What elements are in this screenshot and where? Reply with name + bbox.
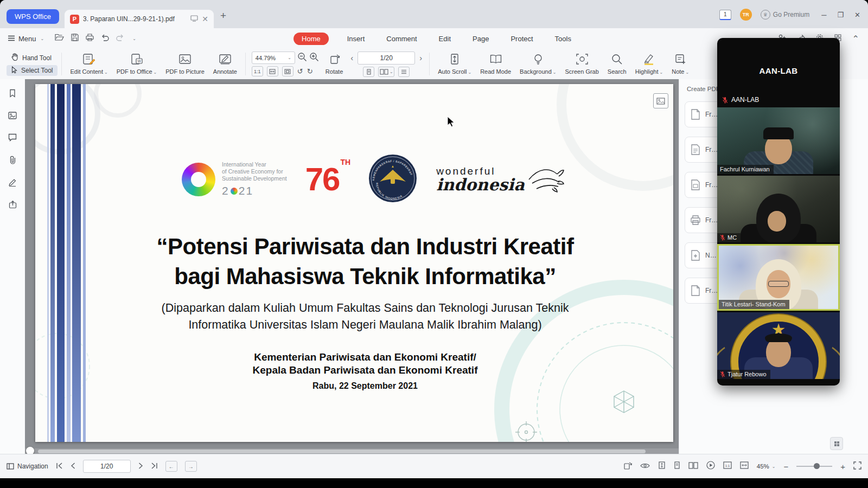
- qat-more-chevron-icon[interactable]: ⌄: [132, 36, 136, 41]
- minimize-icon[interactable]: ─: [821, 11, 826, 19]
- single-page-view-icon[interactable]: [363, 67, 374, 77]
- page-indicator-box[interactable]: 1/20: [358, 52, 415, 65]
- select-tool-label: Select Tool: [21, 67, 53, 74]
- edit-content-button[interactable]: Edit Content⌄: [66, 52, 112, 76]
- actual-size-icon[interactable]: 1:1: [252, 66, 263, 76]
- rotate-right-icon[interactable]: ↻: [307, 67, 313, 75]
- collapse-ribbon-icon[interactable]: ⌃: [852, 34, 859, 44]
- close-window-icon[interactable]: ✕: [854, 11, 860, 19]
- slide-title-line1: “Potensi Pariwisata dan Industri Kreatif: [73, 232, 657, 261]
- attachment-icon[interactable]: [9, 156, 16, 166]
- user-avatar[interactable]: TR: [740, 9, 752, 21]
- note-button[interactable]: Note⌄: [667, 52, 693, 76]
- facing-pages-view-icon[interactable]: ⌄: [378, 67, 394, 77]
- navigation-label: Navigation: [17, 463, 48, 470]
- back-view-icon[interactable]: ←: [165, 461, 177, 472]
- rotate-view-icon[interactable]: [623, 461, 632, 472]
- fit-height-icon[interactable]: [658, 461, 666, 471]
- slide-subtitle: (Dipaparkan dalam Kuliah Umum Fakultas S…: [73, 300, 657, 333]
- actual-size-icon[interactable]: 1:1: [723, 461, 732, 471]
- decor-bar: [47, 84, 49, 442]
- auto-scroll-button[interactable]: Auto Scroll⌄: [433, 52, 476, 76]
- annotate-button[interactable]: Annotate: [209, 52, 241, 76]
- tab-comment[interactable]: Comment: [383, 33, 420, 44]
- close-tab-icon[interactable]: ✕: [202, 15, 208, 23]
- pdf-to-office-button[interactable]: W PDF to Office⌄: [112, 52, 162, 76]
- eye-protection-icon[interactable]: [640, 461, 650, 471]
- horizontal-scrollbar-thumb[interactable]: [38, 450, 646, 453]
- participant-audio-row[interactable]: AAN-LAB: [717, 94, 840, 106]
- zoom-slider[interactable]: [796, 466, 832, 467]
- slide-subtitle-line2: Informatika Universitas Islam Negeri Mau…: [73, 317, 657, 333]
- zoom-out-button[interactable]: −: [783, 462, 788, 471]
- video-tile-tjatur[interactable]: ★ Tjatur Rebowo: [717, 312, 840, 379]
- navigation-button[interactable]: Navigation: [7, 463, 48, 470]
- hand-tool-button[interactable]: Hand Tool: [7, 52, 58, 63]
- zoom-out-icon[interactable]: [297, 52, 307, 64]
- next-page-icon[interactable]: ›: [419, 53, 422, 62]
- picture-tool-icon[interactable]: [653, 93, 668, 108]
- zoom-in-button[interactable]: +: [840, 462, 845, 471]
- video-tile-titik-active-speaker[interactable]: Titik Lestari- Stand-Kom: [717, 244, 840, 311]
- maximize-icon[interactable]: ❐: [837, 11, 844, 19]
- panel-grid-icon[interactable]: [830, 437, 843, 450]
- previous-page-icon[interactable]: ‹: [350, 53, 353, 62]
- screen-grab-button[interactable]: Screen Grab: [560, 52, 603, 76]
- highlight-button[interactable]: Highlight⌄: [631, 52, 668, 76]
- fit-page-icon[interactable]: [282, 66, 293, 76]
- undo-icon[interactable]: [101, 34, 109, 43]
- bookmarks-icon[interactable]: [9, 89, 16, 100]
- video-tile-mc[interactable]: MC: [717, 176, 840, 242]
- print-icon[interactable]: [86, 34, 94, 43]
- status-page-indicator[interactable]: 1/20: [83, 460, 131, 473]
- signature-icon[interactable]: [8, 178, 17, 189]
- slideshow-play-icon[interactable]: [706, 461, 715, 472]
- status-zoom-value[interactable]: 45%: [757, 463, 769, 470]
- pdf-to-picture-button[interactable]: PDF to Picture: [161, 52, 209, 76]
- background-button[interactable]: Background⌄: [515, 52, 560, 76]
- zoom-slider-thumb[interactable]: [814, 463, 820, 469]
- read-mode-button[interactable]: Read Mode: [476, 52, 515, 76]
- participant-name: Titik Lestari- Stand-Kom: [722, 301, 786, 307]
- tab-insert[interactable]: Insert: [344, 33, 368, 44]
- zoom-in-icon[interactable]: [309, 52, 319, 64]
- new-tab-icon[interactable]: +: [220, 10, 226, 22]
- fit-width-icon[interactable]: [740, 461, 749, 471]
- previous-page-icon[interactable]: [71, 461, 75, 471]
- select-tool-button[interactable]: Select Tool: [7, 65, 58, 76]
- go-premium-button[interactable]: ♛ Go Premium: [761, 10, 809, 20]
- tab-page[interactable]: Page: [469, 33, 492, 44]
- first-page-icon[interactable]: [56, 461, 63, 471]
- tab-edit[interactable]: Edit: [436, 33, 454, 44]
- rotate-button[interactable]: Rotate: [321, 52, 347, 76]
- wps-office-button[interactable]: WPS Office: [7, 9, 59, 24]
- next-page-icon[interactable]: [138, 461, 143, 471]
- tab-tools[interactable]: Tools: [552, 33, 575, 44]
- tab-home[interactable]: Home: [293, 33, 329, 45]
- rotate-left-icon[interactable]: ↺: [297, 67, 303, 75]
- redo-icon[interactable]: [116, 34, 124, 43]
- facing-pages-icon[interactable]: [688, 461, 698, 471]
- last-page-icon[interactable]: [151, 461, 158, 471]
- window-count-badge[interactable]: 1: [719, 10, 731, 20]
- menu-button[interactable]: Menu ⌄: [8, 35, 44, 43]
- video-tile-fachrul[interactable]: Fachrul Kurniawan: [717, 107, 840, 174]
- open-file-icon[interactable]: [55, 34, 64, 43]
- search-button[interactable]: Search: [603, 52, 631, 76]
- fullscreen-icon[interactable]: [853, 461, 861, 472]
- document-tab[interactable]: P 3. Paparan UIN...29-9-21-1).pdf ✕: [65, 10, 214, 28]
- zoom-select[interactable]: 44.79% ⌄: [252, 52, 295, 64]
- tab-protect[interactable]: Protect: [507, 33, 536, 44]
- fit-width-icon[interactable]: [267, 66, 278, 76]
- slide-title-line2: bagi Mahasiswa Teknik Informatika”: [73, 261, 657, 291]
- save-icon[interactable]: [71, 34, 79, 43]
- continuous-view-icon[interactable]: [398, 67, 410, 77]
- thumbnails-icon[interactable]: [8, 112, 17, 121]
- single-page-icon[interactable]: [674, 461, 680, 471]
- meeting-panel[interactable]: AAN-LAB AAN-LAB Fachrul Kurniawan MC: [717, 38, 840, 386]
- scroll-origin-knob[interactable]: [26, 447, 34, 454]
- comments-icon[interactable]: [8, 133, 17, 144]
- hamburger-icon: [8, 35, 15, 43]
- export-icon[interactable]: [9, 201, 17, 211]
- forward-view-icon[interactable]: →: [185, 461, 197, 472]
